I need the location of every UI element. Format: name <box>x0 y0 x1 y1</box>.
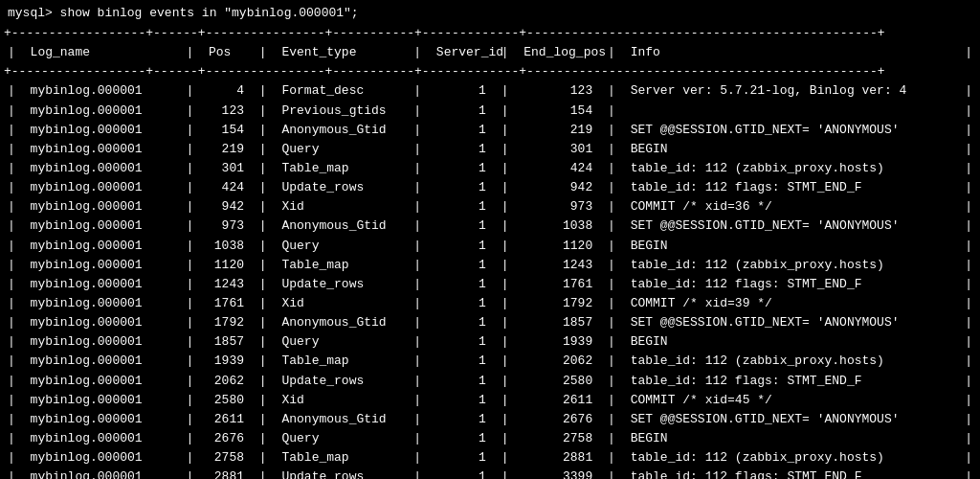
pipe: | <box>953 410 976 429</box>
event-type-cell: Update_rows <box>278 275 402 294</box>
end-log-pos-cell: 1792 <box>520 294 596 313</box>
pipe: | <box>490 468 520 479</box>
pipe: | <box>596 121 626 140</box>
pipe: | <box>402 332 432 352</box>
event-type-cell: Anonymous_Gtid <box>278 313 402 332</box>
pipe: | <box>248 102 278 121</box>
pipe: | <box>248 275 278 294</box>
prompt: mysql> show binlog events in "mybinlog.0… <box>8 6 359 20</box>
info-cell: SET @@SESSION.GTID_NEXT= 'ANONYMOUS' <box>627 217 954 236</box>
pipe: | <box>953 197 976 217</box>
pipe: | <box>248 372 278 391</box>
separator-mid: +------------------+------+-------------… <box>4 62 976 81</box>
end-log-pos-cell: 424 <box>520 159 596 178</box>
pipe: | <box>175 102 205 121</box>
pipe: | <box>596 197 626 217</box>
pipe: | <box>402 448 432 468</box>
pipe: | <box>596 178 626 197</box>
pipe: | <box>175 121 205 140</box>
pipe: | <box>248 410 278 429</box>
pos-cell: 1038 <box>205 237 248 256</box>
pipe: | <box>4 140 27 159</box>
log-name-cell: mybinlog.000001 <box>27 391 175 410</box>
server-id-cell: 1 <box>433 352 490 371</box>
log-name-cell: mybinlog.000001 <box>27 121 175 140</box>
pos-cell: 1857 <box>205 332 248 352</box>
info-cell: BEGIN <box>627 429 954 448</box>
pipe: | <box>953 256 976 275</box>
pipe: | <box>490 159 520 178</box>
pos-cell: 301 <box>205 159 248 178</box>
pos-cell: 2758 <box>205 448 248 468</box>
log-name-cell: mybinlog.000001 <box>27 256 175 275</box>
server-id-cell: 1 <box>433 275 490 294</box>
table-row: | mybinlog.000001 | 123 | Previous_gtids… <box>4 102 976 121</box>
info-cell: SET @@SESSION.GTID_NEXT= 'ANONYMOUS' <box>627 313 954 332</box>
pipe: | <box>175 197 205 217</box>
table-row: | mybinlog.000001 | 1792 | Anonymous_Gti… <box>4 313 976 332</box>
info-cell: COMMIT /* xid=36 */ <box>627 197 954 217</box>
pipe: | <box>596 140 626 159</box>
info-cell: BEGIN <box>627 332 954 352</box>
table-header: | Log_name | Pos | Event_type | Server_i… <box>4 43 976 62</box>
table-container: +------------------+------+-------------… <box>0 24 980 479</box>
event-type-cell: Xid <box>278 197 402 217</box>
pipe: | <box>4 256 27 275</box>
pipe: | <box>402 352 432 371</box>
end-log-pos-cell: 2580 <box>520 372 596 391</box>
server-id-cell: 1 <box>433 391 490 410</box>
pipe: | <box>4 159 27 178</box>
server-id-cell: 1 <box>433 448 490 468</box>
end-log-pos-cell: 154 <box>520 102 596 121</box>
pipe: | <box>402 468 432 479</box>
pipe: | <box>4 237 27 256</box>
pipe: | <box>4 352 27 371</box>
header-server-id: Server_id <box>433 43 490 62</box>
log-name-cell: mybinlog.000001 <box>27 372 175 391</box>
info-cell: BEGIN <box>627 140 954 159</box>
pipe: | <box>4 410 27 429</box>
pipe: | <box>953 178 976 197</box>
pipe: | <box>953 429 976 448</box>
pipe: | <box>490 429 520 448</box>
server-id-cell: 1 <box>433 178 490 197</box>
pipe: | <box>248 256 278 275</box>
pipe: | <box>248 294 278 313</box>
event-type-cell: Query <box>278 429 402 448</box>
info-cell: Server ver: 5.7.21-log, Binlog ver: 4 <box>627 81 954 101</box>
pipe: | <box>175 81 205 101</box>
table-row: | mybinlog.000001 | 219 | Query | 1 | 30… <box>4 140 976 159</box>
pipe: | <box>596 391 626 410</box>
pipe: | <box>953 43 976 62</box>
header-end-log-pos: End_log_pos <box>520 43 596 62</box>
pipe: | <box>175 256 205 275</box>
pipe: | <box>953 468 976 479</box>
pipe: | <box>596 275 626 294</box>
pipe: | <box>4 294 27 313</box>
pipe: | <box>953 102 976 121</box>
pipe: | <box>490 237 520 256</box>
end-log-pos-cell: 301 <box>520 140 596 159</box>
pipe: | <box>490 294 520 313</box>
pipe: | <box>490 81 520 101</box>
pipe: | <box>175 448 205 468</box>
pipe: | <box>596 43 626 62</box>
pipe: | <box>175 332 205 352</box>
info-cell: COMMIT /* xid=45 */ <box>627 391 954 410</box>
pipe: | <box>4 391 27 410</box>
event-type-cell: Previous_gtids <box>278 102 402 121</box>
pos-cell: 219 <box>205 140 248 159</box>
pipe: | <box>402 121 432 140</box>
pipe: | <box>596 217 626 236</box>
header-event-type: Event_type <box>278 43 402 62</box>
pipe: | <box>402 256 432 275</box>
pipe: | <box>402 197 432 217</box>
table-row: | mybinlog.000001 | 154 | Anonymous_Gtid… <box>4 121 976 140</box>
end-log-pos-cell: 1939 <box>520 332 596 352</box>
pipe: | <box>596 237 626 256</box>
log-name-cell: mybinlog.000001 <box>27 178 175 197</box>
pipe: | <box>596 294 626 313</box>
pipe: | <box>4 121 27 140</box>
log-name-cell: mybinlog.000001 <box>27 159 175 178</box>
pipe: | <box>248 391 278 410</box>
